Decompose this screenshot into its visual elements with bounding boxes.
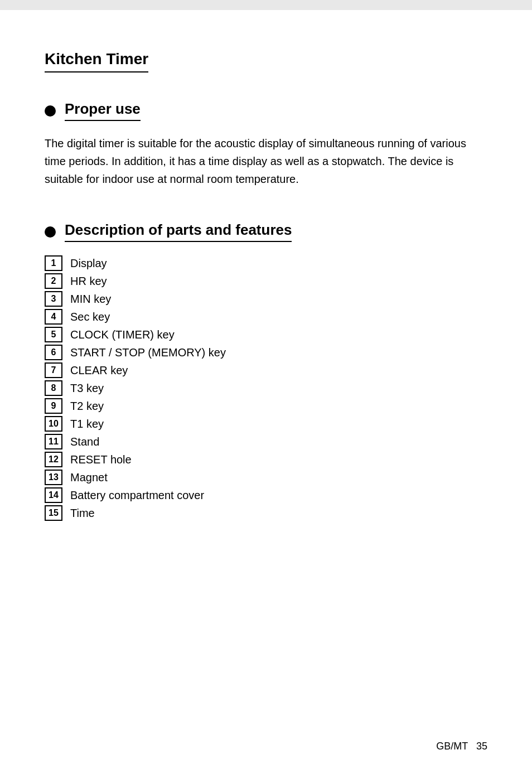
part-number: 9 [45, 398, 62, 414]
part-number: 13 [45, 470, 62, 485]
part-number: 1 [45, 255, 62, 271]
part-label: CLOCK (TIMER) key [70, 328, 175, 341]
description-heading: Description of parts and features [45, 221, 487, 242]
list-item: 5CLOCK (TIMER) key [45, 327, 487, 342]
proper-use-body: The digital timer is suitable for the ac… [45, 134, 487, 188]
part-label: T3 key [70, 382, 104, 395]
part-label: Stand [70, 436, 99, 448]
part-label: T1 key [70, 418, 104, 431]
part-label: Sec key [70, 311, 110, 323]
part-label: MIN key [70, 293, 111, 306]
part-number: 12 [45, 452, 62, 467]
description-title: Description of parts and features [65, 221, 292, 242]
part-number: 7 [45, 362, 62, 378]
top-bar [0, 0, 532, 10]
list-item: 3MIN key [45, 291, 487, 307]
list-item: 6START / STOP (MEMORY) key [45, 345, 487, 360]
page-number: 35 [476, 741, 487, 752]
list-item: 8T3 key [45, 380, 487, 396]
list-item: 1Display [45, 255, 487, 271]
list-item: 13Magnet [45, 470, 487, 485]
parts-list: 1Display2HR key3MIN key4Sec key5CLOCK (T… [45, 255, 487, 521]
list-item: 4Sec key [45, 309, 487, 325]
part-label: Battery compartment cover [70, 489, 204, 502]
part-label: Display [70, 257, 107, 270]
list-item: 15Time [45, 505, 487, 521]
part-number: 3 [45, 291, 62, 307]
bullet-icon-2 [45, 226, 56, 238]
part-number: 8 [45, 380, 62, 396]
part-label: RESET hole [70, 453, 132, 466]
bullet-icon [45, 105, 56, 117]
page: Kitchen Timer Proper use The digital tim… [0, 0, 532, 769]
part-number: 15 [45, 505, 62, 521]
part-number: 2 [45, 273, 62, 289]
list-item: 9T2 key [45, 398, 487, 414]
list-item: 2HR key [45, 273, 487, 289]
footer: GB/MT 35 [436, 741, 487, 752]
part-label: T2 key [70, 400, 104, 413]
list-item: 7CLEAR key [45, 362, 487, 378]
page-title: Kitchen Timer [45, 50, 148, 72]
part-number: 11 [45, 434, 62, 449]
part-number: 4 [45, 309, 62, 325]
list-item: 12RESET hole [45, 452, 487, 467]
part-number: 10 [45, 416, 62, 432]
part-number: 5 [45, 327, 62, 342]
proper-use-heading: Proper use [45, 100, 487, 121]
parts-section: Description of parts and features 1Displ… [45, 221, 487, 521]
footer-text: GB/MT [436, 741, 468, 752]
list-item: 10T1 key [45, 416, 487, 432]
list-item: 14Battery compartment cover [45, 487, 487, 503]
part-label: CLEAR key [70, 364, 128, 377]
part-number: 6 [45, 345, 62, 360]
part-label: Magnet [70, 471, 108, 484]
list-item: 11Stand [45, 434, 487, 449]
part-label: START / STOP (MEMORY) key [70, 346, 226, 359]
part-label: HR key [70, 275, 107, 288]
part-number: 14 [45, 487, 62, 503]
proper-use-title: Proper use [65, 100, 141, 121]
part-label: Time [70, 507, 95, 520]
